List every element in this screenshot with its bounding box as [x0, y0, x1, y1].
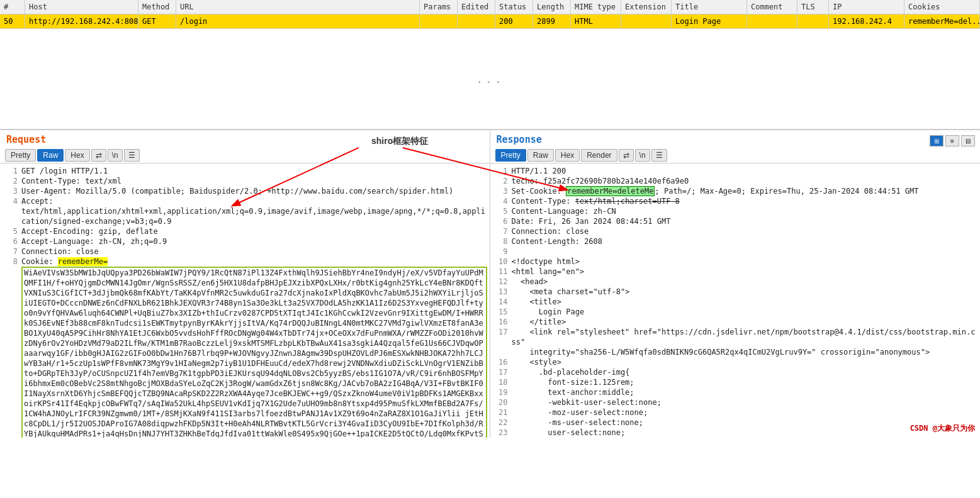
app-container: # Host Method URL Params Edited Status L…: [0, 0, 980, 438]
col-header-mime[interactable]: MIME type: [571, 0, 621, 14]
requests-table: # Host Method URL Params Edited Status L…: [0, 0, 980, 29]
resp-line-4: 4 Content-Type: text/html;charset=UTF-8: [490, 196, 981, 206]
tab-hex[interactable]: Hex: [65, 149, 89, 162]
tab-menu[interactable]: ☰: [124, 149, 140, 162]
req-line-5: 5 Accept-Encoding: gzip, deflate: [0, 226, 490, 236]
cell-comment: [747, 14, 797, 28]
resp-line-22: 20 -webkit-user-select:none;: [490, 397, 981, 407]
req-line-6: 6 Accept-Language: zh-CN, zh;q=0.9: [0, 236, 490, 246]
col-header-edited[interactable]: Edited: [458, 0, 495, 14]
tab-newline[interactable]: \n: [108, 149, 123, 162]
cell-status: 200: [495, 14, 533, 28]
req-line-2: 2 Content-Type: text/xml: [0, 176, 490, 186]
resp-line-7: 7 Connection: close: [490, 226, 981, 236]
resp-line-6: 6 Date: Fri, 26 Jan 2024 08:44:51 GMT: [490, 216, 981, 226]
col-header-cookies[interactable]: Cookies: [904, 0, 980, 14]
resp-line-17a: 17 <link rel="stylesheet" href="https://…: [490, 327, 981, 347]
view-grid-button[interactable]: ⊞: [930, 135, 943, 147]
cell-num: 50: [0, 14, 25, 28]
col-header-method[interactable]: Method: [138, 0, 176, 14]
col-header-host[interactable]: Host: [25, 0, 138, 14]
tab-newline-response[interactable]: \n: [635, 149, 650, 162]
middle-area: ...: [0, 29, 980, 130]
request-content: 1 GET /login HTTP/1.1 2 Content-Type: te…: [0, 163, 490, 438]
resp-line-19: 17 .bd-placeholder-img{: [490, 367, 981, 377]
req-line-3: 3 User-Agent: Mozilla/5.0 (compatible; B…: [0, 186, 490, 196]
resp-line-11: 11 <html lang="en">: [490, 267, 981, 277]
resp-line-1: 1 HTTP/1.1 200: [490, 166, 981, 176]
col-header-title[interactable]: Title: [672, 0, 747, 14]
tab-raw-response[interactable]: Raw: [527, 149, 554, 162]
resp-line-14: 14 <title>: [490, 297, 981, 307]
col-header-url[interactable]: URL: [176, 0, 420, 14]
cell-edited: [458, 14, 495, 28]
resp-line-2: 2 techo: f25a2fc72690b780b2a14e140ef6a9e…: [490, 176, 981, 186]
bottom-split-pane: shiro框架特征 Request Pretty Raw Hex ⇄ \n ☰: [0, 130, 980, 438]
resp-line-16a: 16 </title>: [490, 317, 981, 327]
cell-method: GET: [138, 14, 176, 28]
response-content: 1 HTTP/1.1 200 2 techo: f25a2fc72690b780…: [490, 163, 981, 438]
watermark: CSDN @大象只为你: [910, 423, 975, 434]
tab-hex-response[interactable]: Hex: [555, 149, 580, 162]
tab-render-response[interactable]: Render: [581, 149, 617, 162]
resp-line-15: 15 Login Page: [490, 307, 981, 317]
request-panel: Request Pretty Raw Hex ⇄ \n ☰ 1 GET /log…: [0, 130, 490, 438]
col-header-ip[interactable]: IP: [829, 0, 904, 14]
resp-line-18: 16 <style>: [490, 357, 981, 367]
req-line-1: 1 GET /login HTTP/1.1: [0, 166, 490, 176]
req-line-8: 8 Cookie: rememberMe=: [0, 257, 490, 267]
cell-ip: 192.168.242.4: [829, 14, 904, 28]
response-tab-bar: Pretty Raw Hex Render ⇄ \n ☰: [490, 148, 981, 163]
tab-pretty-response[interactable]: Pretty: [495, 149, 526, 162]
cell-length: 2899: [533, 14, 571, 28]
col-header-comment[interactable]: Comment: [747, 0, 797, 14]
resp-line-13: 13 <meta charset="utf-8">: [490, 287, 981, 297]
cell-title: Login Page: [672, 14, 747, 28]
separator-dots: ...: [476, 72, 504, 86]
request-panel-title: Request: [0, 130, 490, 148]
tab-intercept[interactable]: ⇄: [91, 149, 106, 162]
resp-line-5: 5 Content-Language: zh-CN: [490, 206, 981, 216]
req-line-7: 7 Connection: close: [0, 246, 490, 257]
resp-line-17b: integrity="sha256-L/W5Wfqfa0sdBNIKN9cG6Q…: [490, 347, 981, 357]
resp-line-23: 21 -moz-user-select:none;: [490, 407, 981, 418]
table-header: # Host Method URL Params Edited Status L…: [0, 0, 980, 14]
req-line-4: 4 Accept:: [0, 196, 490, 206]
cell-cookies: rememberMe=del...: [904, 14, 980, 28]
col-header-num[interactable]: #: [0, 0, 25, 14]
cell-url: /login: [176, 14, 420, 28]
resp-line-9: 9: [490, 246, 981, 257]
tab-intercept-response[interactable]: ⇄: [619, 149, 634, 162]
col-header-extension[interactable]: Extension: [621, 0, 672, 14]
col-header-status[interactable]: Status: [495, 0, 533, 14]
tab-raw[interactable]: Raw: [37, 149, 64, 162]
response-panel: ⊞ ≡ ⊟ Response Pretty Raw Hex Render ⇄ \…: [490, 130, 981, 438]
resp-line-3: 3 Set-Cookie: rememberMe=deleteMe; Path=…: [490, 186, 981, 196]
cell-extension: [621, 14, 672, 28]
view-buttons: ⊞ ≡ ⊟: [930, 135, 975, 147]
resp-line-8: 8 Content-Length: 2608: [490, 236, 981, 246]
resp-line-21: 19 text-anchor:middle;: [490, 387, 981, 397]
tab-menu-response[interactable]: ☰: [651, 149, 667, 162]
cell-tls: [797, 14, 829, 28]
cell-mime: HTML: [571, 14, 621, 28]
request-tab-bar: Pretty Raw Hex ⇄ \n ☰: [0, 148, 490, 163]
response-panel-title: Response: [490, 130, 981, 148]
tab-pretty[interactable]: Pretty: [5, 149, 36, 162]
col-header-tls[interactable]: TLS: [797, 0, 829, 14]
resp-line-10: 10 <!doctype html>: [490, 257, 981, 267]
view-list-button[interactable]: ≡: [945, 135, 959, 147]
req-line-4b: text/html,application/xhtml+xml,applicat…: [0, 206, 490, 226]
resp-line-12: 12 <head>: [490, 277, 981, 287]
resp-line-24: 22 -ms-user-select:none;: [490, 418, 981, 428]
resp-line-25: 23 user-select:none;: [490, 428, 981, 438]
view-compact-button[interactable]: ⊟: [961, 135, 975, 147]
req-cookie-value: WiAeVIVsW3SbMW1bJqUQpya3PD26bWaWIW7jPQY9…: [0, 267, 490, 438]
col-header-length[interactable]: Length: [533, 0, 571, 14]
cell-host: http://192.168.242.4:8080: [25, 14, 138, 28]
resp-line-20: 18 font-size:1.125rem;: [490, 377, 981, 387]
cell-params: [420, 14, 458, 28]
table-row[interactable]: 50 http://192.168.242.4:8080 GET /login …: [0, 14, 980, 29]
col-header-params[interactable]: Params: [420, 0, 458, 14]
